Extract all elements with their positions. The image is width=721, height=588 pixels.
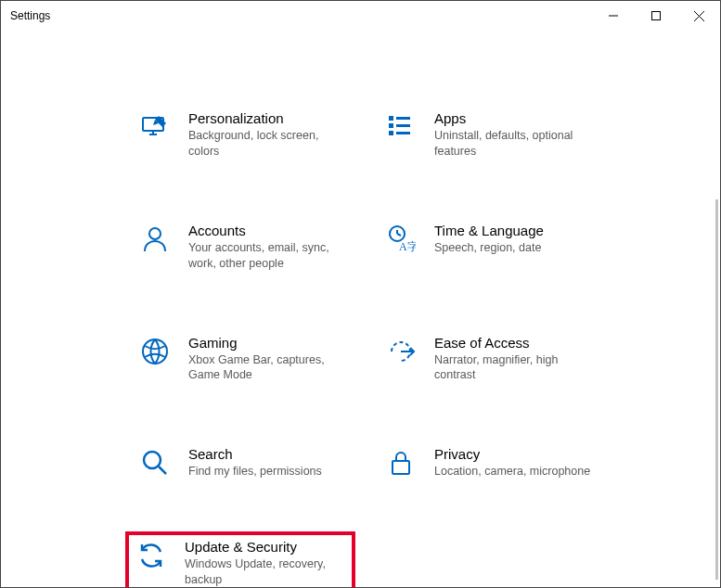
privacy-icon: [384, 446, 418, 479]
category-title: Ease of Access: [434, 335, 592, 351]
category-desc: Uninstall, defaults, optional features: [434, 128, 592, 160]
apps-icon: [384, 110, 418, 144]
category-desc: Xbox Game Bar, captures, Game Mode: [188, 352, 346, 384]
settings-content: Personalization Background, lock screen,…: [1, 31, 720, 588]
accounts-icon: [138, 223, 172, 256]
close-button[interactable]: [677, 1, 720, 31]
category-desc: Background, lock screen, colors: [188, 128, 346, 160]
svg-rect-12: [396, 132, 410, 134]
category-title: Search: [188, 446, 322, 462]
svg-rect-10: [396, 124, 410, 127]
category-apps[interactable]: Apps Uninstall, defaults, optional featu…: [377, 105, 623, 165]
category-accounts[interactable]: Accounts Your accounts, email, sync, wor…: [131, 217, 377, 277]
time-language-icon: A字: [384, 223, 418, 256]
category-desc: Narrator, magnifier, high contrast: [434, 352, 592, 384]
window-title: Settings: [10, 9, 592, 22]
personalization-icon: [138, 110, 172, 144]
category-title: Personalization: [188, 110, 346, 126]
category-privacy[interactable]: Privacy Location, camera, microphone: [377, 441, 623, 485]
update-security-icon: [135, 539, 168, 572]
svg-line-21: [159, 467, 166, 474]
svg-text:A字: A字: [399, 240, 416, 253]
settings-grid: Personalization Background, lock screen,…: [131, 105, 702, 588]
category-desc: Find my files, permissions: [188, 464, 322, 479]
svg-rect-22: [393, 461, 409, 474]
titlebar: Settings: [1, 1, 720, 31]
category-desc: Location, camera, microphone: [434, 464, 590, 479]
svg-line-16: [397, 234, 401, 236]
minimize-button[interactable]: [592, 1, 635, 31]
category-personalization[interactable]: Personalization Background, lock screen,…: [131, 105, 377, 165]
svg-rect-7: [389, 116, 393, 121]
gaming-icon: [138, 335, 172, 368]
category-desc: Speech, region, date: [434, 240, 544, 256]
svg-rect-11: [389, 131, 393, 135]
svg-point-20: [144, 452, 161, 468]
category-time-language[interactable]: A字 Time & Language Speech, region, date: [377, 217, 623, 277]
svg-rect-8: [396, 117, 410, 120]
category-title: Gaming: [188, 335, 346, 351]
category-desc: Windows Update, recovery, backup: [185, 556, 342, 588]
category-title: Update & Security: [185, 539, 342, 555]
scrollbar[interactable]: [715, 199, 718, 580]
svg-point-18: [143, 339, 167, 364]
window-controls: [592, 1, 720, 31]
svg-point-13: [149, 228, 161, 239]
category-update-security[interactable]: Update & Security Windows Update, recove…: [125, 531, 355, 588]
category-title: Accounts: [188, 223, 346, 238]
category-title: Time & Language: [434, 223, 544, 238]
svg-rect-9: [389, 123, 393, 128]
category-search[interactable]: Search Find my files, permissions: [131, 441, 377, 485]
svg-rect-1: [652, 12, 661, 20]
category-gaming[interactable]: Gaming Xbox Game Bar, captures, Game Mod…: [131, 329, 377, 390]
category-title: Apps: [434, 110, 592, 126]
maximize-button[interactable]: [635, 1, 677, 31]
ease-of-access-icon: [384, 335, 418, 368]
category-ease-of-access[interactable]: Ease of Access Narrator, magnifier, high…: [377, 329, 623, 390]
category-desc: Your accounts, email, sync, work, other …: [188, 240, 346, 272]
category-title: Privacy: [434, 446, 590, 462]
search-icon: [138, 446, 172, 479]
